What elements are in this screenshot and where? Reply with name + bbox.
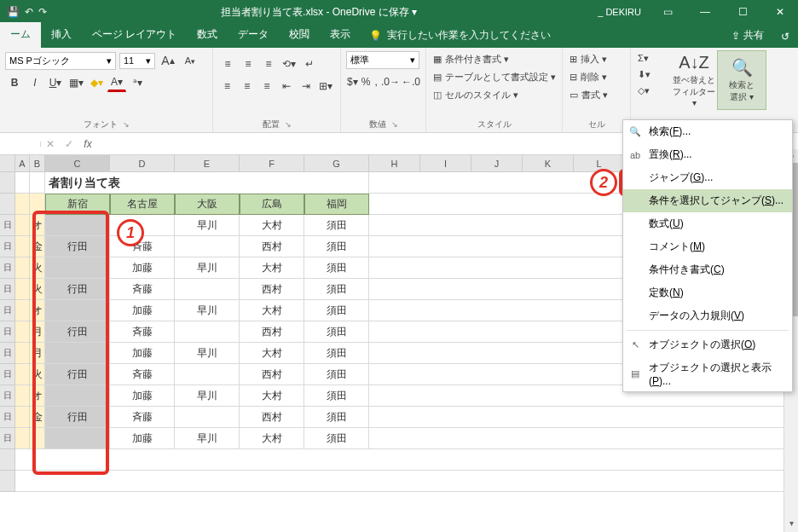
tab-page-layout[interactable]: ページ レイアウト bbox=[82, 22, 187, 48]
indent-inc[interactable]: ⇥ bbox=[298, 77, 315, 95]
row-header[interactable]: 日 bbox=[0, 343, 15, 364]
tab-data[interactable]: データ bbox=[228, 22, 279, 48]
cell-styles[interactable]: ◫セルのスタイル ▾ bbox=[431, 87, 557, 103]
menu-goto-special[interactable]: 条件を選択してジャンプ(S)... bbox=[623, 189, 792, 212]
cell-c[interactable] bbox=[45, 300, 110, 321]
fx-icon[interactable]: fx bbox=[78, 138, 97, 150]
fill-color-button[interactable]: ◆▾ bbox=[87, 73, 106, 92]
border-button[interactable]: ▦▾ bbox=[66, 73, 85, 92]
align-dialog-launcher[interactable]: ↘ bbox=[285, 120, 292, 129]
col-header-J[interactable]: J bbox=[471, 155, 523, 171]
font-name-combo[interactable]: MS Pゴシック▾ bbox=[5, 52, 116, 70]
enter-icon[interactable]: ✓ bbox=[60, 138, 78, 150]
menu-cond-fmt[interactable]: 条件付き書式(C) bbox=[623, 258, 792, 281]
row-header[interactable] bbox=[0, 194, 15, 215]
inc-decimal[interactable]: .0→ bbox=[381, 72, 400, 91]
align-right[interactable]: ≡ bbox=[257, 77, 275, 95]
align-middle[interactable]: ≡ bbox=[239, 55, 257, 73]
autosum[interactable]: Σ▾ bbox=[636, 51, 663, 66]
row-header[interactable]: 日 bbox=[0, 407, 15, 428]
col-header-E[interactable]: E bbox=[175, 155, 240, 171]
align-left[interactable]: ≡ bbox=[218, 77, 236, 95]
cells-insert[interactable]: ⊞挿入 ▾ bbox=[568, 51, 625, 67]
number-dialog-launcher[interactable]: ↘ bbox=[391, 120, 398, 129]
find-select-button[interactable]: 🔍 検索と 選択 ▾ bbox=[718, 51, 766, 109]
account-name[interactable]: _ DEKIRU bbox=[591, 7, 648, 17]
tab-formulas[interactable]: 数式 bbox=[187, 22, 228, 48]
qat-undo-icon[interactable]: ↶ bbox=[25, 6, 33, 18]
col-header-G[interactable]: G bbox=[304, 155, 369, 171]
orientation[interactable]: ⟲▾ bbox=[280, 55, 298, 73]
percent[interactable]: % bbox=[361, 72, 372, 91]
row-header[interactable]: 日 bbox=[0, 300, 15, 321]
minimize-button[interactable]: — bbox=[687, 0, 723, 24]
font-color-button[interactable]: A▾ bbox=[107, 73, 126, 92]
row-header[interactable]: 日 bbox=[0, 236, 15, 257]
dec-decimal[interactable]: ←.0 bbox=[402, 72, 420, 91]
format-as-table[interactable]: ▤テーブルとして書式設定 ▾ bbox=[431, 69, 557, 85]
cancel-icon[interactable]: ✕ bbox=[41, 138, 60, 150]
row-header[interactable] bbox=[0, 172, 15, 194]
conditional-formatting[interactable]: ▦条件付き書式 ▾ bbox=[431, 51, 557, 67]
phonetic-button[interactable]: ᵃ▾ bbox=[128, 73, 147, 92]
share-button[interactable]: ⇪共有 bbox=[723, 23, 772, 48]
col-header-K[interactable]: K bbox=[523, 155, 574, 171]
tab-insert[interactable]: 挿入 bbox=[41, 22, 82, 48]
col-header-A[interactable]: A bbox=[15, 155, 30, 171]
align-center[interactable]: ≡ bbox=[238, 77, 256, 95]
col-fukuoka[interactable]: 福岡 bbox=[304, 194, 369, 215]
fill[interactable]: ⬇▾ bbox=[636, 67, 663, 82]
col-osaka[interactable]: 大阪 bbox=[175, 194, 240, 215]
tab-view[interactable]: 表示 bbox=[320, 22, 361, 48]
menu-validation[interactable]: データの入力規則(V) bbox=[623, 304, 792, 327]
close-button[interactable]: ✕ bbox=[762, 0, 798, 24]
menu-formulas[interactable]: 数式(U) bbox=[623, 212, 792, 235]
font-size-combo[interactable]: 11▾ bbox=[119, 53, 155, 69]
cells-format[interactable]: ▭書式 ▾ bbox=[568, 87, 625, 103]
sort-filter-button[interactable]: A↓Z 並べ替えと フィルター ▾ bbox=[670, 51, 718, 109]
menu-find[interactable]: 🔍検索(F)... bbox=[623, 120, 792, 143]
align-top[interactable]: ≡ bbox=[218, 55, 237, 73]
bold-button[interactable]: B bbox=[5, 73, 24, 92]
decrease-font-icon[interactable]: A▾ bbox=[181, 51, 200, 70]
cell-c[interactable] bbox=[45, 428, 110, 449]
comma[interactable]: , bbox=[373, 72, 379, 91]
cell-c[interactable]: 行田 bbox=[45, 236, 110, 257]
col-header-I[interactable]: I bbox=[420, 155, 471, 171]
col-header-C[interactable]: C bbox=[45, 155, 110, 171]
menu-goto[interactable]: ジャンプ(G)... bbox=[623, 166, 792, 189]
ribbon-options-icon[interactable]: ▭ bbox=[650, 0, 685, 24]
wrap-text[interactable]: ↵ bbox=[300, 55, 319, 73]
history-icon[interactable]: ↺ bbox=[772, 26, 798, 48]
cell-c[interactable]: 行田 bbox=[45, 407, 110, 428]
cells-delete[interactable]: ⊟削除 ▾ bbox=[568, 69, 625, 85]
merge[interactable]: ⊞▾ bbox=[317, 77, 335, 95]
underline-button[interactable]: U▾ bbox=[46, 73, 65, 92]
row-header[interactable]: 日 bbox=[0, 428, 15, 449]
font-dialog-launcher[interactable]: ↘ bbox=[123, 120, 130, 129]
menu-constants[interactable]: 定数(N) bbox=[623, 281, 792, 304]
tab-home[interactable]: ーム bbox=[0, 22, 41, 48]
cell-c[interactable] bbox=[45, 343, 110, 364]
menu-selection-pane[interactable]: ▤オブジェクトの選択と表示(P)... bbox=[623, 356, 792, 391]
cell-c[interactable] bbox=[45, 215, 110, 236]
name-box[interactable] bbox=[0, 142, 41, 147]
cell-c[interactable]: 行田 bbox=[45, 364, 110, 385]
scroll-down-icon[interactable]: ▾ bbox=[784, 518, 798, 532]
qat-redo-icon[interactable]: ↷ bbox=[38, 6, 47, 18]
row-header[interactable]: 日 bbox=[0, 321, 15, 343]
col-header-B[interactable]: B bbox=[30, 155, 45, 171]
menu-select-objects[interactable]: ↖オブジェクトの選択(O) bbox=[623, 333, 792, 356]
col-nagoya[interactable]: 名古屋 bbox=[110, 194, 175, 215]
italic-button[interactable]: I bbox=[26, 73, 44, 92]
row-header[interactable]: 日 bbox=[0, 257, 15, 279]
cell-c[interactable] bbox=[45, 385, 110, 407]
col-hiroshima[interactable]: 広島 bbox=[240, 194, 304, 215]
number-format-combo[interactable]: 標準▾ bbox=[346, 51, 419, 69]
col-header-L[interactable]: L bbox=[574, 155, 625, 171]
indent-dec[interactable]: ⇤ bbox=[278, 77, 296, 95]
col-shinjuku[interactable]: 新宿 bbox=[45, 194, 110, 215]
row-header[interactable]: 日 bbox=[0, 385, 15, 407]
cell-c[interactable] bbox=[45, 257, 110, 279]
accounting[interactable]: $▾ bbox=[346, 72, 359, 91]
